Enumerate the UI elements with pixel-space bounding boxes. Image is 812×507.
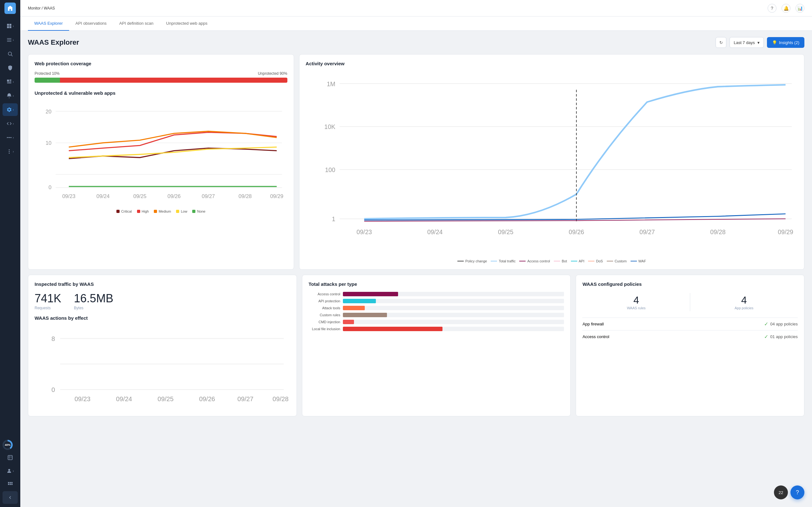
help-fab[interactable]: ? (791, 486, 804, 499)
tab-api-observations[interactable]: API observations (69, 16, 113, 31)
svg-text:0: 0 (51, 386, 55, 393)
svg-text:09/24: 09/24 (427, 228, 443, 235)
svg-text:0: 0 (49, 184, 51, 190)
svg-rect-22 (8, 455, 12, 460)
svg-rect-6 (7, 41, 12, 42)
sidebar-item-table[interactable] (3, 451, 18, 464)
svg-text:09/25: 09/25 (498, 228, 513, 235)
chart-icon[interactable]: 📊 (796, 4, 804, 13)
svg-text:09/23: 09/23 (74, 395, 90, 402)
sidebar-item-config[interactable]: › (3, 145, 18, 158)
svg-rect-5 (7, 40, 12, 40)
requests-value: 741K (35, 292, 61, 305)
chevron-down-icon: ▾ (757, 40, 760, 45)
svg-point-7 (8, 52, 12, 55)
progress-label: 40% (4, 441, 11, 448)
sidebar-item-search[interactable] (3, 48, 18, 60)
topbar: Monitor / WAAS ? 🔔 📊 (20, 0, 812, 16)
sidebar: › › › › › › › › 40% (0, 0, 20, 507)
date-range-select[interactable]: Last 7 days ▾ (729, 37, 764, 48)
page-title: WAAS Explorer (28, 38, 79, 47)
bytes-value: 16.5MB (74, 292, 113, 305)
attack-row-cmd: CMD injection (309, 320, 564, 324)
svg-rect-13 (7, 83, 12, 83)
dos-icon (588, 261, 595, 262)
sidebar-item-network[interactable]: › (3, 131, 18, 144)
svg-point-21 (9, 153, 10, 154)
waf-label: WAF (639, 259, 646, 263)
sidebar-item-code[interactable]: › (3, 117, 18, 130)
dos-label: DoS (596, 259, 603, 263)
sidebar-expand-icon8: › (13, 150, 14, 153)
total-traffic-icon (491, 261, 497, 262)
policy-row-access-control[interactable]: Access control ✓ 01 app policies (582, 330, 798, 343)
svg-rect-2 (7, 26, 9, 28)
notif-count: 22 (779, 490, 783, 495)
sidebar-expand-icon9: › (13, 469, 14, 473)
svg-text:09/24: 09/24 (96, 193, 110, 199)
insights-label: Insights (2) (779, 40, 799, 45)
svg-rect-30 (8, 484, 9, 485)
waas-actions-title: WAAS actions by effect (35, 315, 290, 321)
bytes-stat: 16.5MB Bytes (74, 292, 113, 310)
vulnerable-section: Unprotected & vulnerable web apps 20 10 (35, 90, 287, 213)
policy-row-app-firewall[interactable]: App firewall ✓ 04 app policies (582, 318, 798, 330)
svg-rect-11 (9, 81, 11, 82)
svg-point-15 (7, 137, 8, 138)
policy-change-icon (457, 261, 464, 262)
sidebar-item-settings[interactable]: › (3, 103, 18, 116)
svg-text:09/29: 09/29 (778, 228, 793, 235)
svg-point-26 (8, 469, 10, 471)
attack-bar-access-control (343, 292, 398, 296)
svg-text:1M: 1M (327, 80, 335, 88)
sidebar-item-apps[interactable] (3, 478, 18, 491)
waas-rules-label: WAAS rules (582, 306, 690, 310)
sidebar-item-list[interactable]: › (3, 34, 18, 46)
app-logo[interactable] (4, 3, 16, 14)
inspected-title: Inspected traffic by WAAS (35, 281, 290, 287)
sidebar-item-shield[interactable] (3, 61, 18, 74)
sidebar-item-alert[interactable]: › (3, 89, 18, 102)
insights-icon: 💡 (772, 40, 777, 45)
critical-dot (116, 210, 119, 213)
sidebar-item-user[interactable]: › (3, 464, 18, 477)
notification-fab[interactable]: 22 (774, 486, 788, 499)
svg-rect-10 (9, 79, 11, 80)
api-icon (571, 261, 577, 262)
breadcrumb-parent[interactable]: Monitor (28, 6, 41, 10)
storage-progress[interactable]: 40% (3, 440, 13, 450)
waas-actions-chart: 8 0 09/23 09/24 09/25 09/26 09/27 09/28 (35, 326, 290, 409)
policy-status-app-firewall: ✓ 04 app policies (764, 321, 798, 327)
notification-icon[interactable]: 🔔 (781, 4, 791, 13)
legend-critical: Critical (116, 210, 132, 213)
refresh-button[interactable]: ↻ (716, 37, 726, 48)
legend-total-traffic: Total traffic (491, 259, 515, 263)
policy-label-access-control: Access control (582, 334, 609, 339)
requests-stat: 741K Requests (35, 292, 61, 310)
sidebar-item-compliance[interactable]: › (3, 75, 18, 88)
svg-rect-32 (11, 484, 13, 485)
legend-access-control: Access control (519, 259, 550, 263)
tab-unprotected-web-apps[interactable]: Unprotected web apps (160, 16, 214, 31)
protected-bar (35, 78, 60, 83)
medium-label: Medium (159, 210, 171, 213)
bytes-label: Bytes (74, 306, 113, 310)
bottom-grid-row: Inspected traffic by WAAS 741K Requests … (28, 275, 804, 416)
sidebar-expand-icon: › (13, 24, 14, 28)
sidebar-item-dashboard[interactable]: › (3, 20, 18, 32)
legend-waf: WAF (630, 259, 646, 263)
insights-button[interactable]: 💡 Insights (2) (767, 37, 804, 48)
vulnerable-legend: Critical High Medium (35, 210, 287, 213)
svg-point-20 (9, 151, 10, 152)
svg-text:09/26: 09/26 (199, 395, 215, 402)
tab-api-definition-scan[interactable]: API definition scan (113, 16, 160, 31)
policies-numbers: 4 WAAS rules 4 App policies (582, 292, 798, 313)
tab-waas-explorer[interactable]: WAAS Explorer (28, 16, 69, 31)
help-icon[interactable]: ? (768, 4, 776, 13)
svg-rect-27 (8, 482, 9, 483)
sidebar-collapse[interactable] (3, 491, 18, 504)
attack-bar-wrap-custom-rules (343, 313, 564, 317)
sidebar-expand-icon6: › (13, 122, 14, 125)
sidebar-expand-icon2: › (13, 38, 14, 42)
check-icon-access-control: ✓ (764, 334, 768, 340)
